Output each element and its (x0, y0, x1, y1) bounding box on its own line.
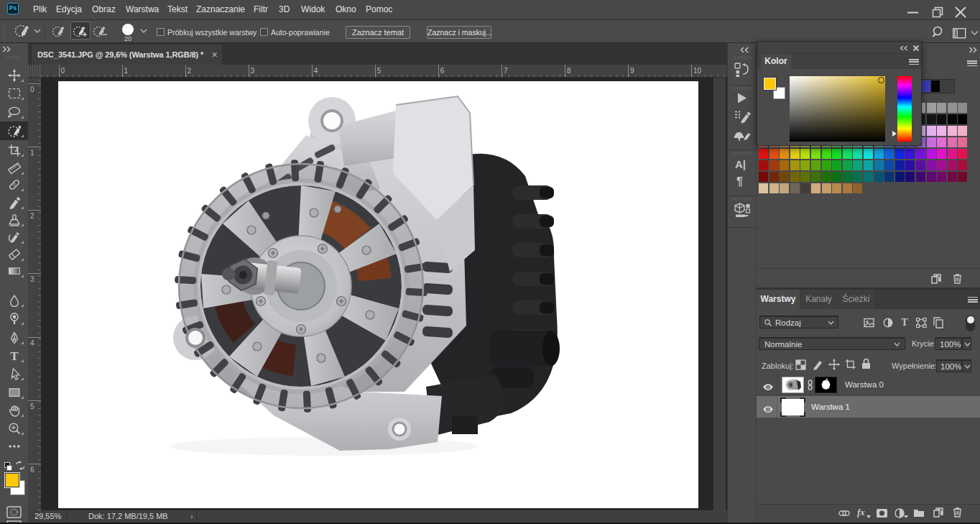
svg-text:T: T (10, 349, 19, 362)
